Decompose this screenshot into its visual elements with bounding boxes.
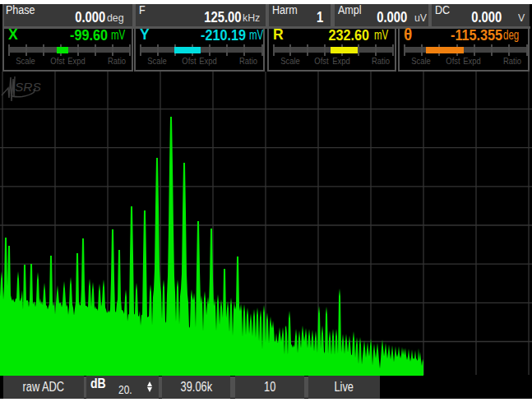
svg-text:SRS: SRS — [15, 80, 42, 94]
